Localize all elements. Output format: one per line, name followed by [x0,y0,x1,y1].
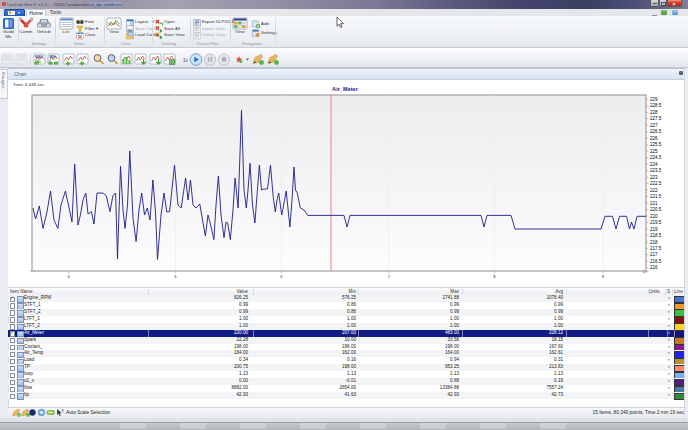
svg-text:225: 225 [650,149,658,154]
svg-text:216: 216 [650,265,658,270]
svg-text:MAX: MAX [35,55,44,59]
svg-text:228.5: 228.5 [650,103,662,108]
svg-text:223.5: 223.5 [650,168,662,173]
svg-text:223: 223 [650,175,658,180]
svg-text:8: 8 [493,274,496,279]
svg-text:9: 9 [602,274,605,279]
svg-text:221.5: 221.5 [650,194,662,199]
svg-text:4: 4 [67,274,70,279]
svg-text:219: 219 [650,227,658,232]
svg-text:220: 220 [650,214,658,219]
svg-text:1x: 1x [183,58,189,63]
svg-text:218.5: 218.5 [650,233,662,238]
svg-text:228: 228 [650,110,658,115]
svg-text:222: 222 [650,188,658,193]
svg-text:225.5: 225.5 [650,142,662,147]
svg-text:220.5: 220.5 [650,207,662,212]
svg-text:222.5: 222.5 [650,181,662,186]
svg-text:218: 218 [650,240,658,245]
svg-text:224: 224 [650,162,658,167]
svg-text:219.5: 219.5 [650,220,662,225]
svg-text:7: 7 [388,274,391,279]
svg-text:217.5: 217.5 [650,246,662,251]
svg-text:Air_Meter: Air_Meter [332,86,359,92]
svg-text:227: 227 [650,123,658,128]
svg-text:227.5: 227.5 [650,116,662,121]
svg-text:6: 6 [280,274,283,279]
svg-text:5: 5 [174,274,177,279]
svg-text:MIN: MIN [49,55,56,59]
svg-text:217: 217 [650,252,658,257]
svg-text:229: 229 [650,97,658,102]
svg-text:226.5: 226.5 [650,129,662,134]
svg-text:226: 226 [650,136,658,141]
svg-text:224.5: 224.5 [650,155,662,160]
svg-text:221: 221 [650,201,658,206]
svg-text:216.5: 216.5 [650,259,662,264]
